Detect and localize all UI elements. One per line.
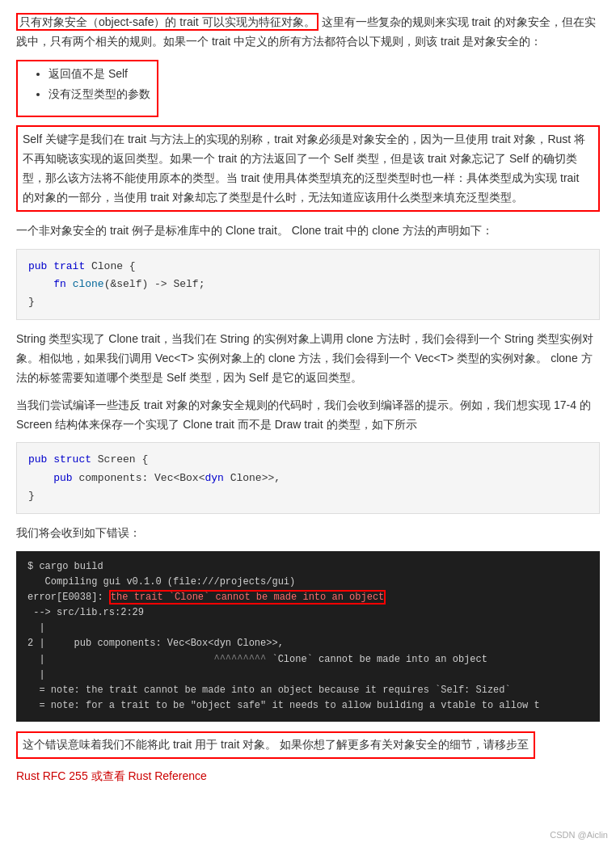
src-line: --> src/lib.rs:2:29 bbox=[27, 607, 144, 618]
bottom-section: 这个错误意味着我们不能将此 trait 用于 trait 对象。 如果你想了解更… bbox=[16, 731, 600, 786]
error-output: $ cargo build Compiling gui v0.1.0 (file… bbox=[16, 551, 600, 723]
link1[interactable]: Rust RFC 255 bbox=[16, 769, 88, 782]
bottom-error-text: 这个错误意味着我们不能将此 trait 用于 trait 对象。 bbox=[23, 738, 276, 751]
para6: 我们将会收到如下错误： bbox=[16, 524, 600, 543]
link-row: Rust RFC 255 或查看 Rust Reference bbox=[16, 767, 600, 786]
section-1: 只有对象安全（object-safe）的 trait 可以实现为特征对象。 这里… bbox=[16, 13, 600, 125]
cargo-build-line: $ cargo build bbox=[27, 561, 103, 572]
error-highlight: the trait `Clone` cannot be made into an… bbox=[109, 590, 386, 605]
pipe-line-1: | bbox=[27, 622, 45, 634]
para2-text: Self 关键字是我们在 trait 与方法上的实现的别称，trait 对象必须… bbox=[23, 133, 585, 203]
bottom-note-wrapper: 这个错误意味着我们不能将此 trait 用于 trait 对象。 如果你想了解更… bbox=[16, 731, 535, 759]
section-2: Self 关键字是我们在 trait 与方法上的实现的别称，trait 对象必须… bbox=[16, 125, 600, 212]
error-line: error[E0038]: the trait `Clone` cannot b… bbox=[27, 590, 386, 605]
pipe-line-2: | bbox=[27, 669, 45, 680]
para1: 只有对象安全（object-safe）的 trait 可以实现为特征对象。 这里… bbox=[16, 13, 600, 52]
link-mid: 或查看 bbox=[91, 769, 129, 782]
caret-line: | ^^^^^^^^^ `Clone` cannot be made into … bbox=[27, 654, 487, 665]
rule-2: 没有泛型类型的参数 bbox=[49, 85, 150, 104]
object-safe-rules: 返回值不是 Self 没有泛型类型的参数 bbox=[49, 65, 150, 105]
compiling-line: Compiling gui v0.1.0 (file:///projects/g… bbox=[27, 576, 295, 588]
bullet-list-wrapper: 返回值不是 Self 没有泛型类型的参数 bbox=[16, 60, 158, 118]
note-line-1: = note: the trait cannot be made into an… bbox=[27, 685, 511, 696]
para3: 一个非对象安全的 trait 例子是标准库中的 Clone trait。 Clo… bbox=[16, 221, 600, 241]
para1-highlighted: 只有对象安全（object-safe）的 trait 可以实现为特征对象。 bbox=[16, 13, 319, 31]
code-ref-line: 2 | pub components: Vec<Box<dyn Clone>>, bbox=[27, 638, 284, 649]
para4: String 类型实现了 Clone trait，当我们在 String 的实例… bbox=[16, 330, 600, 387]
code-block-2: pub struct Screen { pub components: Vec<… bbox=[16, 442, 600, 513]
rule-1: 返回值不是 Self bbox=[49, 65, 150, 84]
note-line-2: = note: for a trait to be "object safe" … bbox=[27, 700, 540, 711]
bottom-rest-text: 如果你想了解更多有关对象安全的细节，请移步至 bbox=[280, 738, 529, 751]
code-block-1: pub trait Clone { fn clone(&self) -> Sel… bbox=[16, 249, 600, 320]
link2[interactable]: Rust Reference bbox=[128, 769, 206, 782]
para5: 当我们尝试编译一些违反 trait 对象的对象安全规则的代码时，我们会收到编译器… bbox=[16, 396, 600, 435]
